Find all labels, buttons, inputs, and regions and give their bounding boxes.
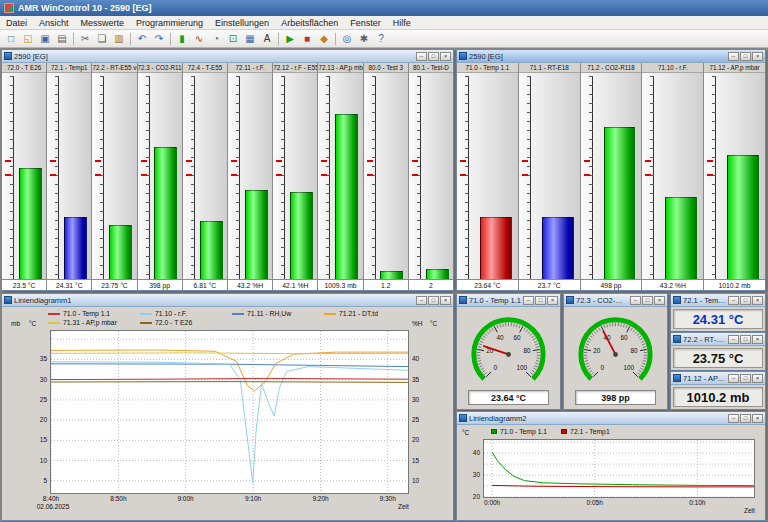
minimize-button[interactable]: – xyxy=(728,374,739,383)
menu-arbeitsflächen[interactable]: Arbeitsflächen xyxy=(275,16,344,29)
window-titlebar[interactable]: Liniendiagramm1 – □ × xyxy=(2,294,453,307)
bar-column[interactable]: 71.10 - r.F.43.2 %H xyxy=(642,63,704,290)
window-titlebar[interactable]: 2590 [EG] – □ × xyxy=(457,50,765,63)
limit-mark xyxy=(231,174,237,176)
minimize-button[interactable]: – xyxy=(728,335,739,344)
series-line xyxy=(51,350,408,391)
help-icon[interactable]: ? xyxy=(373,31,389,46)
gauge-icon[interactable]: ◔ xyxy=(208,31,224,46)
window-titlebar[interactable]: 72.2 - RT-E55 – □ × xyxy=(671,333,765,346)
menu-messwerte[interactable]: Messwerte xyxy=(75,16,131,29)
maximize-button[interactable]: □ xyxy=(740,374,751,383)
series-line xyxy=(51,353,408,354)
maximize-button[interactable]: □ xyxy=(642,296,653,305)
start-measurement-icon[interactable]: ▶ xyxy=(282,31,298,46)
bar-column[interactable]: 80.1 - Test-D2 xyxy=(409,63,453,290)
line-chart-icon[interactable]: ∿ xyxy=(191,31,207,46)
new-file-icon[interactable]: □ xyxy=(3,31,19,46)
bar-plot xyxy=(457,73,518,279)
digital-display-icon[interactable]: ⊡ xyxy=(225,31,241,46)
window-titlebar[interactable]: Liniendiagramm2 – □ × xyxy=(457,412,765,425)
bar-column[interactable]: 72.12 - r.F - E5542.1 %H xyxy=(273,63,318,290)
bar-axis-ticks xyxy=(465,76,469,279)
toolbar-separator xyxy=(130,33,131,45)
bar-column[interactable]: 80.0 - Test 31.2 xyxy=(364,63,409,290)
maximize-button[interactable]: □ xyxy=(740,296,751,305)
window-icon xyxy=(673,296,681,304)
window-titlebar[interactable]: 2590 [EG] – □ × xyxy=(2,50,453,63)
bar-column[interactable]: 72.4 - T-E556.81 °C xyxy=(183,63,228,290)
gauge-svg: 020406080100 xyxy=(566,309,665,390)
minimize-button[interactable]: – xyxy=(416,52,427,61)
bar-column[interactable]: 71.0 - Temp 1.123.64 °C xyxy=(457,63,519,290)
undo-icon[interactable]: ↶ xyxy=(134,31,150,46)
close-button[interactable]: × xyxy=(752,296,763,305)
bar-axis-ticks xyxy=(191,76,195,279)
x-axis-label: 0:00h xyxy=(476,500,508,507)
window-titlebar[interactable]: 72.1 - Temp1 – □ × xyxy=(671,294,765,307)
x-axis-label: 8:50h xyxy=(102,496,134,503)
zoom-icon[interactable]: ◎ xyxy=(339,31,355,46)
close-button[interactable]: × xyxy=(440,296,451,305)
paste-icon[interactable]: ▥ xyxy=(111,31,127,46)
chart-legend: 71.0 - Temp 1.172.1 - Temp1 xyxy=(457,425,765,437)
minimize-button[interactable]: – xyxy=(416,296,427,305)
bar-column[interactable]: 71.1 - RT-E1823.7 °C xyxy=(519,63,581,290)
alarm-icon[interactable]: ◆ xyxy=(316,31,332,46)
bar-column[interactable]: 72.3 - CO2-R118398 pp xyxy=(138,63,183,290)
window-line-chart-2: Liniendiagramm2 – □ × 71.0 - Temp 1.172.… xyxy=(456,411,766,521)
window-titlebar[interactable]: 71.0 - Temp 1.1 – □ × xyxy=(457,294,560,307)
bar-column[interactable]: 72.11 - r.F.43.2 %H xyxy=(228,63,273,290)
open-file-icon[interactable]: ◱ xyxy=(20,31,36,46)
redo-icon[interactable]: ↷ xyxy=(151,31,167,46)
app-titlebar[interactable]: AMR WinControl 10 - 2590 [EG] xyxy=(0,0,768,16)
table-icon[interactable]: ▦ xyxy=(242,31,258,46)
menu-fenster[interactable]: Fenster xyxy=(344,16,387,29)
menu-datei[interactable]: Datei xyxy=(0,16,33,29)
minimize-button[interactable]: – xyxy=(728,296,739,305)
close-button[interactable]: × xyxy=(440,52,451,61)
minimize-button[interactable]: – xyxy=(728,52,739,61)
bar-column[interactable]: 71.12 - AP,p mbar1010.2 mb xyxy=(704,63,765,290)
stop-measurement-icon[interactable]: ■ xyxy=(299,31,315,46)
menu-einstellungen[interactable]: Einstellungen xyxy=(209,16,275,29)
bar-value: 23.5 °C xyxy=(2,279,46,290)
maximize-button[interactable]: □ xyxy=(535,296,546,305)
bar-chart-icon[interactable]: ▮ xyxy=(174,31,190,46)
print-icon[interactable]: ▤ xyxy=(54,31,70,46)
maximize-button[interactable]: □ xyxy=(428,52,439,61)
bar-column[interactable]: 72.13 - AP,p mbar1009.3 mb xyxy=(318,63,363,290)
y-axis-label-right: 40 xyxy=(412,356,419,363)
close-button[interactable]: × xyxy=(547,296,558,305)
menu-ansicht[interactable]: Ansicht xyxy=(33,16,75,29)
cut-icon[interactable]: ✂ xyxy=(77,31,93,46)
legend-item: 71.10 - r.F. xyxy=(140,309,232,318)
close-button[interactable]: × xyxy=(752,335,763,344)
maximize-button[interactable]: □ xyxy=(740,414,751,423)
minimize-button[interactable]: – xyxy=(630,296,641,305)
settings-icon[interactable]: ✱ xyxy=(356,31,372,46)
window-titlebar[interactable]: 71.12 - AP,p mbar – □ × xyxy=(671,372,765,385)
maximize-button[interactable]: □ xyxy=(740,335,751,344)
close-button[interactable]: × xyxy=(752,374,763,383)
window-titlebar[interactable]: 72.3 - CO2-R118 – □ × xyxy=(564,294,667,307)
maximize-button[interactable]: □ xyxy=(740,52,751,61)
minimize-button[interactable]: – xyxy=(728,414,739,423)
bar-column[interactable]: 72.1 - Temp124.31 °C xyxy=(47,63,92,290)
limit-mark xyxy=(645,174,651,176)
bar-column[interactable]: 72.2 - RT-E55 ver23.75 °C xyxy=(92,63,137,290)
text-window-icon[interactable]: A xyxy=(259,31,275,46)
close-button[interactable]: × xyxy=(752,414,763,423)
toolbar-separator xyxy=(170,33,171,45)
close-button[interactable]: × xyxy=(752,52,763,61)
minimize-button[interactable]: – xyxy=(523,296,534,305)
copy-icon[interactable]: ❏ xyxy=(94,31,110,46)
close-button[interactable]: × xyxy=(654,296,665,305)
save-icon[interactable]: ▣ xyxy=(37,31,53,46)
menu-programmierung[interactable]: Programmierung xyxy=(130,16,209,29)
bar-plot xyxy=(704,73,765,279)
bar-column[interactable]: 71.2 - CO2-R118498 pp xyxy=(581,63,643,290)
bar-column[interactable]: 72.0 - T E2623.5 °C xyxy=(2,63,47,290)
menu-hilfe[interactable]: Hilfe xyxy=(387,16,417,29)
maximize-button[interactable]: □ xyxy=(428,296,439,305)
